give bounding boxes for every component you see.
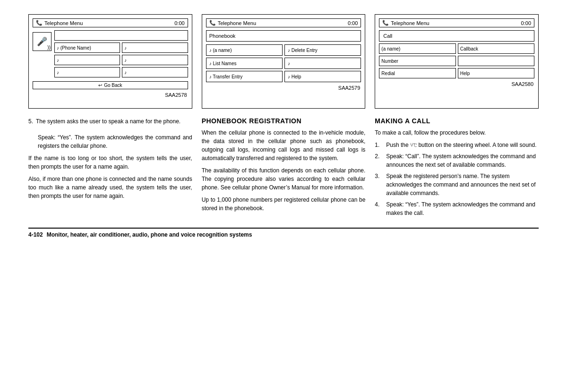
screen3-row1: (a name) Callback bbox=[379, 43, 534, 54]
screen1-saa: SAA2578 bbox=[33, 92, 188, 98]
item-text-4: Speak: “Yes”. The system acknowledges th… bbox=[386, 200, 539, 217]
phone-icon-3: 📞 bbox=[382, 20, 389, 26]
screen1-btn3[interactable]: ♪ bbox=[54, 55, 120, 65]
screen3-title: Telephone Menu bbox=[391, 20, 429, 26]
screen3-diagram: 📞 Telephone Menu 0:00 Call (a name) Call… bbox=[375, 14, 539, 109]
item-text-2: Speak: “Call”. The system acknowledges t… bbox=[386, 152, 539, 169]
phone-icon-1: 📞 bbox=[36, 20, 43, 26]
screen3-help-btn[interactable]: Help bbox=[458, 68, 534, 78]
screen2-btn5[interactable]: ♪ Transfer Entry bbox=[206, 71, 283, 82]
screen3-menu: Call (a name) Callback Number bbox=[379, 30, 534, 78]
screen1-diagram: 📞 Telephone Menu 0:00 🎤 )) ♪ (Phon bbox=[28, 14, 192, 109]
phonebook-label: Phonebook bbox=[209, 33, 236, 39]
screen2-body: ♪ (a name) ♪ List Names ♪ Transfer Entry… bbox=[206, 44, 361, 82]
screen2-title: Telephone Menu bbox=[218, 20, 256, 26]
phonebook-label-box: Phonebook bbox=[206, 30, 361, 42]
screen2-btn5-label: ♪ Transfer Entry bbox=[209, 74, 243, 79]
screen3-call-btn[interactable]: Call bbox=[379, 30, 534, 42]
mic-waves: )) bbox=[47, 45, 51, 50]
go-back-label: Go Back bbox=[104, 83, 122, 88]
left-para2: Also, if more than one phone is connecte… bbox=[28, 175, 192, 200]
screen1-btn5[interactable]: ♪ bbox=[54, 67, 120, 77]
screen3-empty-btn bbox=[458, 56, 534, 66]
screen2-block: 📞 Telephone Menu 0:00 Phonebook ♪ (a nam… bbox=[202, 14, 366, 109]
making-call-items: 1.Push the ⑂℃ button on the steering whe… bbox=[375, 141, 539, 217]
making-call-item-2: 2.Speak: “Call”. The system acknowledges… bbox=[375, 152, 539, 169]
screen3-number-btn[interactable]: Number bbox=[379, 56, 455, 66]
screen3-block: 📞 Telephone Menu 0:00 Call (a name) Call… bbox=[375, 14, 539, 109]
back-arrow-icon: ↩ bbox=[98, 83, 102, 88]
middle-text-col: PHONEBOOK REGISTRATION When the cellular… bbox=[202, 117, 366, 220]
screens-row: 📞 Telephone Menu 0:00 🎤 )) ♪ (Phon bbox=[28, 14, 539, 109]
making-call-heading: MAKING A CALL bbox=[375, 117, 539, 125]
screen3-row3: Redial Help bbox=[379, 68, 534, 78]
item-num-4: 4. bbox=[375, 200, 383, 217]
page-number: 4-102 bbox=[28, 231, 43, 238]
left-para1: If the name is too long or too short, th… bbox=[28, 154, 192, 171]
screen2-btn6-label: ♪ Help bbox=[288, 74, 301, 79]
middle-para1: When the cellular phone is connected to … bbox=[202, 128, 366, 162]
screen3-header: 📞 Telephone Menu 0:00 bbox=[379, 18, 534, 27]
screen1-block: 📞 Telephone Menu 0:00 🎤 )) ♪ (Phon bbox=[28, 14, 192, 109]
screen1-btn6[interactable]: ♪ bbox=[122, 67, 188, 77]
screen1-left: 🎤 )) bbox=[33, 30, 52, 79]
left-text-col: 5. The system asks the user to speak a n… bbox=[28, 117, 192, 220]
screen1-btn1[interactable]: ♪ (Phone Name) bbox=[54, 43, 120, 53]
screen1-right: ♪ (Phone Name) ♪ ♪ ♪ bbox=[54, 30, 188, 79]
screen2-btn2-label: ♪ Delete Entry bbox=[288, 48, 318, 53]
screen3-aname-btn[interactable]: (a name) bbox=[379, 43, 455, 54]
screen3-call-label: Call bbox=[383, 33, 392, 39]
screen2-btn3-label: ♪ List Names bbox=[209, 61, 237, 66]
making-call-item-3: 3.Speak the registered person’s name. Th… bbox=[375, 172, 539, 197]
making-call-item-1: 1.Push the ⑂℃ button on the steering whe… bbox=[375, 141, 539, 149]
screen1-grid1: ♪ (Phone Name) ♪ bbox=[54, 43, 188, 53]
screen2-btn4[interactable]: ♪ bbox=[284, 58, 361, 69]
text-sections: 5. The system asks the user to speak a n… bbox=[28, 117, 539, 220]
screen1-btn1-label: ♪ (Phone Name) bbox=[57, 45, 91, 51]
screen2-btn1-label: ♪ (a name) bbox=[209, 48, 232, 53]
screen2-btn3[interactable]: ♪ List Names bbox=[206, 58, 283, 69]
footer-bar: 4-102 Monitor, heater, air conditioner, … bbox=[28, 228, 539, 238]
screen3-redial-label: Redial bbox=[381, 71, 395, 76]
screen2-saa: SAA2579 bbox=[206, 85, 361, 91]
item-num-3: 3. bbox=[375, 172, 383, 197]
screen1-btn4[interactable]: ♪ bbox=[122, 55, 188, 65]
screen1-header: 📞 Telephone Menu 0:00 bbox=[33, 18, 188, 27]
screen2-right: ♪ Delete Entry ♪ ♪ Help bbox=[284, 44, 361, 82]
screen1-title: Telephone Menu bbox=[44, 20, 83, 26]
screen1-header-left: 📞 Telephone Menu bbox=[36, 20, 83, 26]
mic-box: 🎤 )) bbox=[33, 32, 52, 51]
screen3-saa: SAA2580 bbox=[379, 81, 534, 87]
speak-label: Speak: “Yes”. The system acknowledges th… bbox=[38, 133, 192, 150]
screen3-number-label: Number bbox=[381, 59, 398, 64]
screen3-row2: Number bbox=[379, 56, 534, 66]
screen2-btn6[interactable]: ♪ Help bbox=[284, 71, 361, 82]
item-text-3: Speak the registered person’s name. The … bbox=[386, 172, 539, 197]
screen2-btn4-label: ♪ bbox=[288, 61, 290, 66]
screen1-btn2[interactable]: ♪ bbox=[122, 43, 188, 53]
item-text-1: Push the ⑂℃ button on the steering wheel… bbox=[386, 141, 536, 149]
phone-icon-2: 📞 bbox=[209, 20, 216, 26]
making-call-item-4: 4.Speak: “Yes”. The system acknowledges … bbox=[375, 200, 539, 217]
screen3-callback-btn[interactable]: Callback bbox=[458, 43, 534, 54]
screen3-redial-btn[interactable]: Redial bbox=[379, 68, 455, 78]
screen3-time: 0:00 bbox=[521, 20, 531, 26]
screen1-btn2-label: ♪ bbox=[124, 45, 127, 51]
screen1-grid2: ♪ ♪ bbox=[54, 55, 188, 65]
go-back-bar[interactable]: ↩ Go Back bbox=[33, 81, 188, 89]
screen2-btn1[interactable]: ♪ (a name) bbox=[206, 44, 283, 56]
item-num-2: 2. bbox=[375, 152, 383, 169]
making-call-intro: To make a call, follow the procedures be… bbox=[375, 128, 539, 137]
screen1-name-input[interactable] bbox=[54, 30, 188, 41]
item5-number: 5. bbox=[28, 117, 33, 129]
right-text-col: MAKING A CALL To make a call, follow the… bbox=[375, 117, 539, 220]
screen1-btn3-label: ♪ bbox=[57, 58, 59, 63]
left-col-content: 5. The system asks the user to speak a n… bbox=[28, 117, 192, 200]
screen1-btn6-label: ♪ bbox=[124, 70, 127, 75]
item5-row: 5. The system asks the user to speak a n… bbox=[28, 117, 192, 129]
item-num-1: 1. bbox=[375, 141, 383, 149]
footer-text: Monitor, heater, air conditioner, audio,… bbox=[47, 231, 252, 238]
screen2-btn2[interactable]: ♪ Delete Entry bbox=[284, 44, 361, 56]
middle-para3: Up to 1,000 phone numbers per registered… bbox=[202, 196, 366, 213]
screen3-callback-label: Callback bbox=[460, 46, 478, 51]
